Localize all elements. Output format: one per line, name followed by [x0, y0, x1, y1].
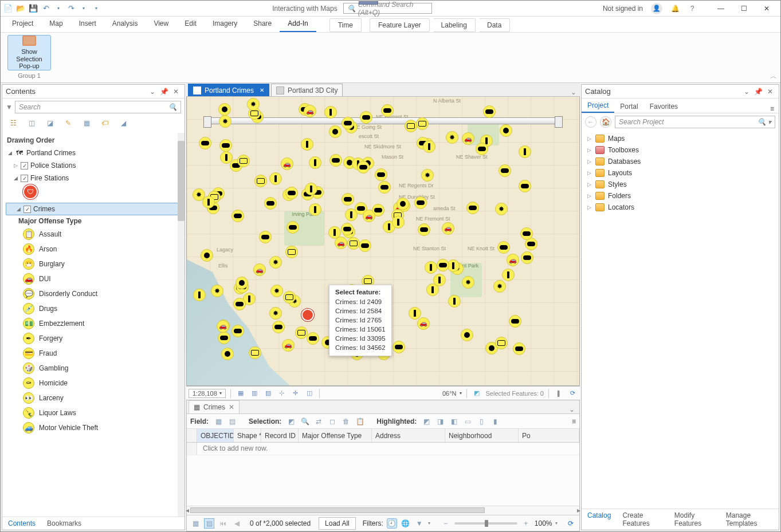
pause-icon[interactable]: ‖: [554, 388, 564, 399]
constraints-icon[interactable]: ◫: [304, 388, 315, 399]
collapse-icon[interactable]: ◢: [7, 150, 13, 156]
show-selected-icon[interactable]: ▤: [204, 518, 214, 529]
class-gambling[interactable]: 🎲Gambling: [2, 361, 185, 376]
home-icon[interactable]: 🏠: [600, 116, 611, 128]
show-all-icon[interactable]: ▦: [190, 518, 201, 529]
bottom-tab-templates[interactable]: Manage Templates: [720, 509, 779, 530]
crime-marker[interactable]: [357, 161, 370, 174]
close-button[interactable]: ✕: [755, 1, 778, 16]
undo-dd-icon[interactable]: ▾: [53, 3, 64, 14]
catalog-item-toolboxes[interactable]: ▷Toolboxes: [584, 144, 776, 156]
calculate-icon[interactable]: ▤: [227, 416, 237, 427]
bottom-tab-bookmarks[interactable]: Bookmarks: [41, 517, 87, 530]
coord-dd-icon[interactable]: ▾: [460, 391, 462, 396]
close-panel-icon[interactable]: ✕: [767, 88, 773, 96]
catalog-search[interactable]: Search Project 🔍 ▾: [615, 116, 775, 128]
zoom-slider[interactable]: [454, 522, 517, 525]
filter-query-icon[interactable]: ▼: [414, 518, 425, 529]
scroll-left-icon[interactable]: ◂: [186, 506, 189, 514]
crime-marker[interactable]: [247, 98, 260, 111]
crime-marker[interactable]: [509, 315, 521, 328]
filter-time-icon[interactable]: 🕘: [387, 518, 397, 529]
close-tab-icon[interactable]: ✕: [229, 403, 234, 411]
table-tab-crimes[interactable]: ▦ Crimes ✕: [189, 400, 240, 413]
crime-marker[interactable]: [236, 277, 248, 289]
class-larceny[interactable]: 👀Larceny: [2, 391, 185, 405]
crime-marker[interactable]: [307, 332, 319, 345]
map-node[interactable]: ◢ 🗺 Portland Crimes: [2, 147, 185, 159]
crime-marker[interactable]: [193, 289, 206, 301]
crime-marker[interactable]: [282, 339, 295, 352]
snap-intersection-icon[interactable]: ✛: [291, 388, 301, 399]
crime-marker[interactable]: [220, 151, 233, 164]
new-project-icon[interactable]: 📄: [3, 3, 13, 14]
col-address[interactable]: Address: [372, 429, 445, 442]
catalog-item-layouts[interactable]: ▷Layouts: [584, 167, 776, 179]
class-embezzle[interactable]: 💵Embezzlement: [2, 316, 185, 331]
catalog-item-databases[interactable]: ▷Databases: [584, 156, 776, 167]
ctx-tab-feature-layer[interactable]: Feature Layer: [370, 18, 430, 32]
crime-marker[interactable]: [409, 307, 421, 320]
crime-marker[interactable]: [254, 175, 267, 187]
map-tab-portland-3d[interactable]: Portland 3D City: [271, 84, 343, 96]
map-tab-portland-crimes[interactable]: Portland Crimes ✕: [188, 84, 269, 96]
popup-row[interactable]: Crimes: Id 34562: [335, 343, 386, 352]
crime-marker[interactable]: [219, 115, 231, 128]
class-mvt[interactable]: 🚙Motor Vehicle Theft: [2, 420, 185, 435]
tab-addin[interactable]: Add-In: [280, 16, 316, 32]
highlight-zoom-icon[interactable]: ◩: [421, 416, 431, 427]
load-all-button[interactable]: Load All: [319, 517, 356, 530]
crime-marker[interactable]: [309, 203, 321, 216]
ctx-tab-labeling[interactable]: Labeling: [433, 18, 476, 32]
clear-icon[interactable]: ◻: [327, 416, 337, 427]
crime-marker[interactable]: [305, 183, 317, 195]
layer-fire[interactable]: ◢ ✓ Fire Stations: [2, 172, 185, 184]
crime-marker[interactable]: [502, 269, 515, 281]
contents-search[interactable]: Search 🔍: [15, 101, 181, 113]
signin-status[interactable]: Not signed in: [603, 5, 643, 13]
redo-dd-icon[interactable]: ▾: [79, 3, 89, 14]
qat-more-icon[interactable]: ▾: [91, 3, 101, 14]
table-new-row[interactable]: Click to add new row.: [187, 443, 579, 455]
undo-icon[interactable]: ↶: [41, 3, 51, 14]
crime-marker[interactable]: [249, 346, 261, 359]
crime-marker[interactable]: [493, 280, 506, 293]
save-icon[interactable]: 💾: [28, 3, 38, 14]
pin-icon[interactable]: 📌: [754, 88, 763, 96]
prev-icon[interactable]: ◀: [231, 518, 242, 529]
scale-input[interactable]: 1:28,108 ▾: [189, 389, 226, 398]
first-icon[interactable]: ⏮: [218, 518, 228, 529]
class-fraud[interactable]: 💳Fraud: [2, 346, 185, 361]
minimize-button[interactable]: —: [709, 1, 732, 16]
crime-marker[interactable]: [521, 251, 533, 264]
tab-imagery[interactable]: Imagery: [205, 16, 245, 32]
notifications-icon[interactable]: 🔔: [670, 4, 680, 13]
crime-marker[interactable]: [519, 180, 531, 192]
collapse-icon[interactable]: ◢: [15, 206, 21, 212]
zoom-in-icon[interactable]: +: [521, 518, 531, 529]
list-label-icon[interactable]: 🏷: [100, 118, 110, 128]
crime-marker[interactable]: [495, 203, 508, 215]
highlight-flash-icon[interactable]: ◧: [449, 416, 459, 427]
map-canvas[interactable]: Irving Park Grant Park Wilshire Park N A…: [186, 97, 580, 386]
row-header[interactable]: [187, 429, 197, 442]
col-recordid[interactable]: Record ID: [261, 429, 299, 442]
table-hscroll[interactable]: ◂ ▸: [187, 506, 579, 515]
tab-share[interactable]: Share: [245, 16, 280, 32]
delete-icon[interactable]: 🗑: [341, 416, 351, 427]
close-panel-icon[interactable]: ✕: [173, 88, 179, 96]
highlight-clear-icon[interactable]: ▭: [462, 416, 473, 427]
ctx-tab-data[interactable]: Data: [479, 18, 510, 32]
class-forgery[interactable]: ✒Forgery: [2, 331, 185, 346]
class-arson[interactable]: 🔥Arson: [2, 242, 185, 257]
toc-scrollbar[interactable]: [178, 133, 185, 517]
crime-marker[interactable]: [397, 198, 409, 210]
popup-row[interactable]: Crimes: Id 2765: [335, 316, 386, 325]
layer-crimes[interactable]: ▷ ◢ ✓ Crimes: [6, 203, 181, 215]
filter-dd-icon[interactable]: ▾: [428, 521, 430, 526]
crime-marker[interactable]: [324, 106, 337, 119]
fire-station-marker[interactable]: [301, 309, 314, 321]
views-dropdown-icon[interactable]: ⌄: [569, 405, 575, 413]
crime-marker[interactable]: [231, 325, 244, 337]
crime-marker[interactable]: [520, 227, 533, 240]
